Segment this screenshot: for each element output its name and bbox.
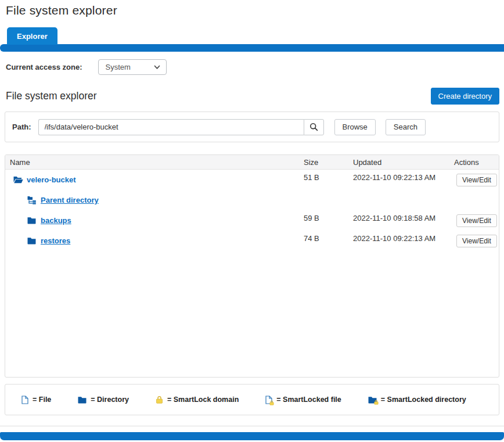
column-header-name: Name [5, 158, 304, 167]
mini-lock-icon [269, 400, 274, 405]
directory-icon [78, 396, 87, 404]
access-zone-select[interactable]: System [98, 59, 167, 75]
row-size [304, 190, 353, 193]
table-row-parent-directory: Parent directory [5, 190, 499, 210]
path-search-icon-button[interactable] [304, 119, 324, 135]
row-updated: 2022-11-10 09:22:13 AM [353, 170, 454, 182]
legend-item-directory: = Directory [78, 396, 129, 404]
section-heading: File system explorer [6, 90, 97, 102]
parent-directory-icon [27, 196, 37, 204]
row-size: 51 B [304, 170, 353, 182]
path-label: Path: [12, 123, 31, 131]
directory-link-restores[interactable]: restores [41, 236, 70, 245]
access-zone-label: Current access zone: [6, 63, 82, 71]
view-edit-button[interactable]: View/Edit [456, 214, 497, 227]
legend-label: = SmartLocked file [276, 396, 341, 404]
smartlocked-file-icon [265, 396, 272, 404]
path-panel: Path: Browse Search [5, 112, 499, 142]
column-header-actions: Actions [454, 158, 499, 167]
smartlocked-directory-icon [368, 396, 377, 404]
access-zone-row: Current access zone: System [6, 59, 504, 75]
folder-open-icon [13, 176, 23, 184]
view-edit-button[interactable]: View/Edit [456, 235, 497, 247]
file-table-panel: Name Size Updated Actions velero-bucket … [5, 154, 499, 378]
magnifier-icon [309, 123, 318, 131]
legend-item-smartlocked-directory: = SmartLocked directory [368, 396, 466, 404]
legend-item-file: = File [21, 396, 51, 404]
legend-panel: = File = Directory = SmartLock domain [5, 384, 499, 415]
legend-item-smartlock-domain: = SmartLock domain [156, 396, 239, 404]
access-zone-selected-value: System [106, 63, 131, 71]
lock-icon [156, 396, 163, 404]
folder-icon [27, 237, 37, 245]
file-icon [21, 396, 28, 404]
legend-item-smartlocked-file: = SmartLocked file [265, 396, 341, 404]
page-title: File system explorer [0, 0, 504, 17]
table-row-backups: backups 59 B 2022-11-10 09:18:58 AM View… [5, 210, 499, 231]
directory-link-velero-bucket[interactable]: velero-bucket [27, 175, 76, 184]
path-input[interactable] [38, 119, 304, 135]
tab-underline-bar [0, 44, 504, 52]
create-directory-button[interactable]: Create directory [431, 88, 499, 105]
section-header-row: File system explorer Create directory [6, 88, 499, 104]
legend-label: = Directory [91, 396, 129, 404]
column-header-updated: Updated [353, 158, 454, 167]
row-size: 59 B [304, 210, 353, 222]
table-row-velero-bucket: velero-bucket 51 B 2022-11-10 09:22:13 A… [5, 170, 499, 190]
folder-icon [27, 217, 37, 224]
table-row-restores: restores 74 B 2022-11-10 09:22:13 AM Vie… [5, 231, 499, 251]
path-input-group [38, 119, 324, 135]
tab-explorer[interactable]: Explorer [7, 27, 57, 45]
search-button[interactable]: Search [386, 119, 426, 135]
row-updated [353, 190, 454, 193]
legend-label: = SmartLock domain [167, 396, 239, 404]
row-updated: 2022-11-10 09:18:58 AM [353, 210, 454, 222]
legend-label: = SmartLocked directory [381, 396, 466, 404]
directory-link-backups[interactable]: backups [41, 216, 71, 225]
mini-lock-icon [374, 400, 379, 405]
parent-directory-link[interactable]: Parent directory [41, 196, 99, 204]
row-size: 74 B [304, 231, 353, 243]
browse-button[interactable]: Browse [334, 119, 376, 135]
legend-label: = File [33, 396, 51, 404]
footer-blue-bar [0, 432, 504, 440]
footer-divider [0, 426, 504, 426]
view-edit-button[interactable]: View/Edit [456, 174, 497, 186]
tab-strip: Explorer [0, 27, 504, 52]
row-updated: 2022-11-10 09:22:13 AM [353, 231, 454, 243]
table-header-row: Name Size Updated Actions [5, 155, 499, 170]
column-header-size: Size [304, 158, 353, 167]
chevron-down-icon [154, 65, 160, 70]
